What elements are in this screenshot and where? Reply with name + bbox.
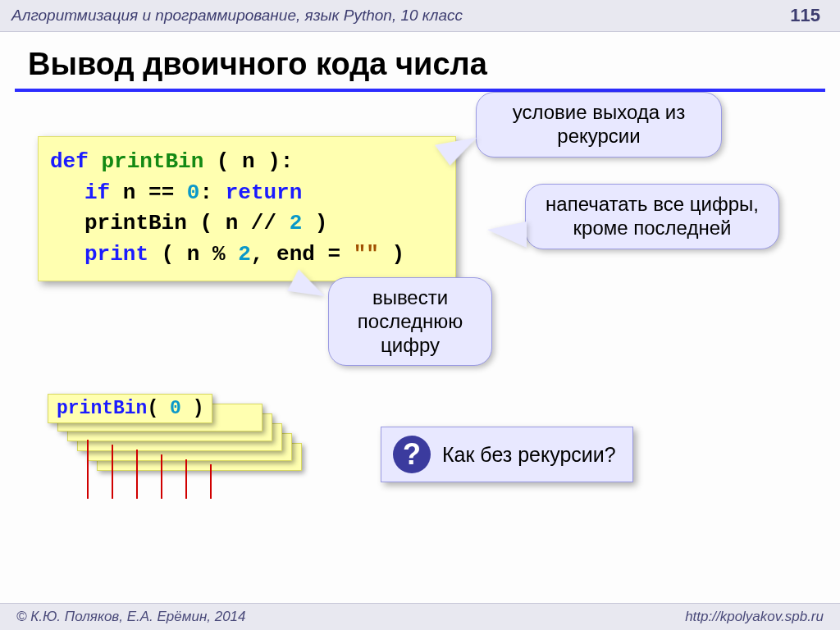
- slide-title: Вывод двоичного кода числа: [0, 32, 840, 87]
- question-box: ? Как без рекурсии?: [381, 427, 633, 482]
- callout-all-digits: напечатать все цифры, кроме последней: [525, 184, 779, 249]
- slide-header: Алгоритмизация и программирование, язык …: [0, 0, 840, 32]
- question-text: Как без рекурсии?: [442, 443, 616, 467]
- code-line-1: def printBin ( n ):: [50, 147, 444, 178]
- course-title: Алгоритмизация и программирование, язык …: [11, 7, 463, 25]
- stack-card-top: printBin( 0 ): [48, 394, 212, 423]
- footer-url: http://kpolyakov.spb.ru: [685, 609, 824, 625]
- red-tick: [185, 459, 187, 499]
- red-tick: [112, 445, 113, 499]
- red-tick: [161, 454, 162, 499]
- callout-last-digit: вывести последнюю цифру: [328, 277, 492, 366]
- code-line-4: print ( n % 2, end = "" ): [50, 240, 444, 271]
- red-tick: [87, 440, 89, 499]
- recursion-stack: printBin( 0 ): [48, 394, 326, 509]
- red-tick: [210, 464, 212, 499]
- callout-tail: [287, 268, 327, 296]
- code-line-3: printBin ( n // 2 ): [50, 208, 444, 240]
- callout-tail: [487, 221, 527, 248]
- page-number: 115: [790, 5, 820, 26]
- red-tick: [136, 450, 138, 499]
- callout-exit-condition: условие выхода из рекурсии: [476, 92, 722, 158]
- slide-footer: © К.Ю. Поляков, Е.А. Ерёмин, 2014 http:/…: [0, 603, 840, 630]
- footer-copyright: © К.Ю. Поляков, Е.А. Ерёмин, 2014: [16, 609, 246, 625]
- question-mark-icon: ?: [393, 436, 431, 473]
- code-block: def printBin ( n ): if n == 0: return pr…: [38, 136, 456, 281]
- code-line-2: if n == 0: return: [50, 178, 444, 209]
